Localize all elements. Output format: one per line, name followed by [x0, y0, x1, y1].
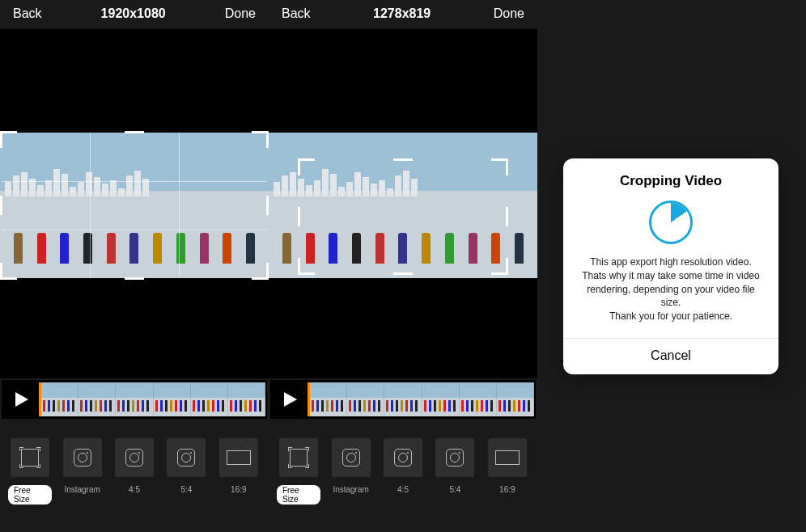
- ratio-16-9[interactable]: 16:9: [217, 438, 261, 505]
- progress-spinner: [649, 201, 693, 244]
- ratio-free-size[interactable]: Free Size: [277, 438, 320, 505]
- done-button[interactable]: Done: [494, 6, 524, 21]
- ratio-16-9[interactable]: 16:9: [486, 438, 529, 505]
- people-graphic: [0, 225, 269, 264]
- people-graphic: [269, 225, 537, 264]
- rect-icon: [495, 450, 520, 465]
- modal-body-line: Thats why it may take some time in video…: [578, 269, 764, 310]
- done-button[interactable]: Done: [225, 6, 256, 21]
- ratio-label: Free Size: [8, 485, 52, 505]
- ratio-label: 4:5: [397, 485, 409, 494]
- aspect-ratio-bar: Free Size Instagram 4:5 5:4 16:9: [0, 420, 269, 511]
- header-bar: Back 1278x819 Done: [269, 0, 537, 29]
- instagram-icon: [74, 449, 91, 467]
- play-button[interactable]: [3, 390, 39, 409]
- video-preview[interactable]: [0, 29, 269, 378]
- ratio-label: 5:4: [449, 485, 460, 494]
- instagram-icon: [177, 449, 195, 467]
- play-icon: [280, 390, 299, 409]
- modal-body-line: Thank you for your patience.: [578, 310, 764, 323]
- resolution-label: 1278x819: [373, 6, 431, 21]
- cropping-modal: Cropping Video This app export high reso…: [563, 158, 778, 374]
- rect-icon: [227, 450, 251, 465]
- ratio-label: Instagram: [333, 485, 368, 494]
- ratio-5-4[interactable]: 5:4: [164, 438, 208, 505]
- ratio-label: 4:5: [129, 485, 140, 494]
- resolution-label: 1920x1080: [101, 6, 166, 21]
- app-root: Back 1920x1080 Done: [0, 0, 806, 532]
- ratio-instagram[interactable]: Instagram: [329, 438, 372, 505]
- modal-body: This app export high resolution video. T…: [563, 252, 778, 338]
- play-button[interactable]: [272, 390, 308, 409]
- video-preview[interactable]: [269, 29, 537, 378]
- timeline: [269, 378, 537, 420]
- timeline-strip[interactable]: [39, 382, 265, 416]
- ratio-instagram[interactable]: Instagram: [60, 438, 104, 505]
- ratio-label: 16:9: [499, 485, 515, 494]
- header-bar: Back 1920x1080 Done: [0, 0, 269, 29]
- back-button[interactable]: Back: [13, 6, 42, 21]
- ratio-label: Instagram: [64, 485, 100, 494]
- ratio-label: 16:9: [231, 485, 246, 494]
- progress-pie-icon: [651, 203, 690, 242]
- instagram-icon: [394, 449, 412, 467]
- cancel-button[interactable]: Cancel: [563, 339, 778, 374]
- timeline-strip[interactable]: [308, 382, 534, 416]
- free-size-icon: [21, 449, 39, 467]
- aspect-ratio-bar: Free Size Instagram 4:5 5:4 16:9: [269, 420, 537, 511]
- instagram-icon: [446, 449, 464, 467]
- ratio-label: 5:4: [180, 485, 192, 494]
- instagram-icon: [342, 449, 360, 467]
- instagram-icon: [125, 449, 143, 467]
- ratio-free-size[interactable]: Free Size: [8, 438, 52, 505]
- skyline-graphic: [269, 171, 537, 196]
- ratio-5-4[interactable]: 5:4: [433, 438, 477, 505]
- video-frame: [269, 133, 537, 278]
- panel-right: Back 1278x819 Done: [269, 0, 537, 511]
- modal-title: Cropping Video: [563, 158, 778, 196]
- back-button[interactable]: Back: [282, 6, 311, 21]
- panel-left: Back 1920x1080 Done: [0, 0, 269, 511]
- skyline-graphic: [0, 171, 269, 196]
- video-frame: [0, 133, 269, 278]
- modal-body-line: This app export high resolution video.: [578, 255, 764, 269]
- timeline: [0, 378, 269, 420]
- ratio-label: Free Size: [277, 485, 320, 505]
- free-size-icon: [290, 449, 308, 467]
- play-icon: [11, 390, 31, 409]
- ratio-4-5[interactable]: 4:5: [381, 438, 425, 505]
- ratio-4-5[interactable]: 4:5: [112, 438, 156, 505]
